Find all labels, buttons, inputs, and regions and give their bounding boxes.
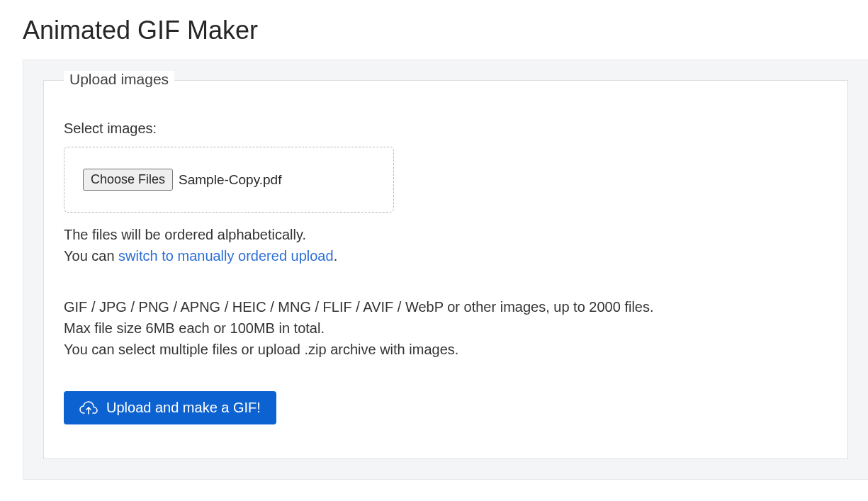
selected-filename: Sample-Copy.pdf xyxy=(179,172,281,188)
switch-suffix: . xyxy=(334,248,338,264)
page-title: Animated GIF Maker xyxy=(23,16,868,45)
upload-make-gif-button[interactable]: Upload and make a GIF! xyxy=(64,391,276,424)
switch-prefix: You can xyxy=(64,248,118,264)
select-images-label: Select images: xyxy=(64,120,828,137)
upload-button-label: Upload and make a GIF! xyxy=(106,400,261,416)
choose-files-button[interactable]: Choose Files xyxy=(83,169,173,191)
upload-container: Upload images Select images: Choose File… xyxy=(23,60,868,480)
size-limit-text: Max file size 6MB each or 100MB in total… xyxy=(64,317,828,339)
switch-line: You can switch to manually ordered uploa… xyxy=(64,245,828,266)
formats-text: GIF / JPG / PNG / APNG / HEIC / MNG / FL… xyxy=(64,296,828,317)
order-alpha-text: The files will be ordered alphabetically… xyxy=(64,224,828,245)
zip-hint-text: You can select multiple files or upload … xyxy=(64,339,828,360)
upload-fieldset: Upload images Select images: Choose File… xyxy=(43,80,848,459)
switch-manual-link[interactable]: switch to manually ordered upload xyxy=(118,248,334,264)
fieldset-legend: Upload images xyxy=(64,71,174,88)
cloud-upload-icon xyxy=(79,400,98,416)
file-drop-zone[interactable]: Choose Files Sample-Copy.pdf xyxy=(64,147,394,213)
